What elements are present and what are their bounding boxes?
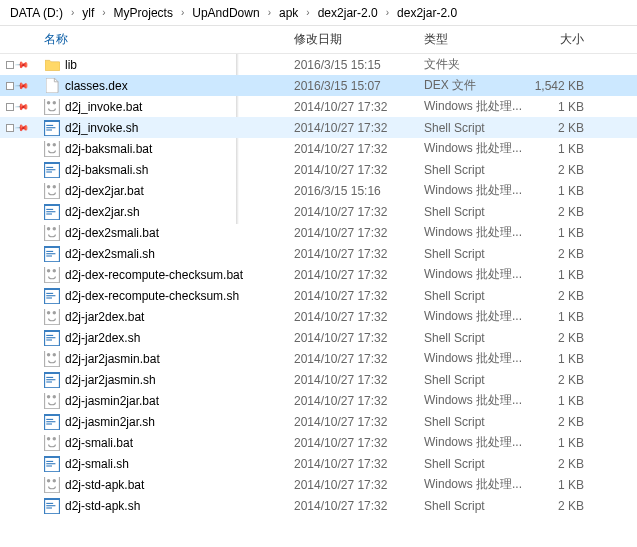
quick-access-pin-area[interactable]: 📌 [6, 75, 36, 96]
file-row[interactable]: 📌d2j_invoke.sh2014/10/27 17:32Shell Scri… [0, 117, 637, 138]
checkbox-icon[interactable] [6, 61, 14, 69]
file-row[interactable]: d2j-jar2jasmin.bat2014/10/27 17:32Window… [0, 348, 637, 369]
svg-rect-30 [46, 254, 55, 255]
file-name-label: d2j-smali.sh [65, 457, 129, 471]
chevron-right-icon[interactable]: › [264, 7, 275, 18]
file-type-cell: Windows 批处理... [424, 308, 534, 325]
file-date-cell: 2014/10/27 17:32 [294, 121, 424, 135]
column-header-size[interactable]: 大小 [534, 31, 594, 48]
bat-icon [44, 99, 60, 115]
breadcrumb[interactable]: DATA (D:)›ylf›MyProjects›UpAndDown›apk›d… [0, 0, 637, 26]
quick-access-pin-area[interactable] [6, 495, 36, 516]
file-row[interactable]: d2j-dex2jar.bat2016/3/15 15:16Windows 批处… [0, 180, 637, 201]
file-row[interactable]: d2j-smali.bat2014/10/27 17:32Windows 批处理… [0, 432, 637, 453]
quick-access-pin-area[interactable] [6, 306, 36, 327]
checkbox-icon[interactable] [6, 82, 14, 90]
chevron-right-icon[interactable]: › [98, 7, 109, 18]
file-date-cell: 2014/10/27 17:32 [294, 331, 424, 345]
file-row[interactable]: d2j-jar2jasmin.sh2014/10/27 17:32Shell S… [0, 369, 637, 390]
quick-access-pin-area[interactable] [6, 369, 36, 390]
file-row[interactable]: d2j-smali.sh2014/10/27 17:32Shell Script… [0, 453, 637, 474]
quick-access-pin-area[interactable] [6, 222, 36, 243]
file-name-cell: d2j-std-apk.sh [44, 498, 294, 514]
quick-access-pin-area[interactable] [6, 138, 36, 159]
svg-point-73 [47, 479, 50, 482]
file-date-cell: 2014/10/27 17:32 [294, 394, 424, 408]
svg-rect-36 [45, 288, 60, 291]
checkbox-icon[interactable] [6, 103, 14, 111]
quick-access-pin-area[interactable] [6, 285, 36, 306]
quick-access-pin-area[interactable] [6, 411, 36, 432]
quick-access-pin-area[interactable] [6, 474, 36, 495]
quick-access-pin-area[interactable] [6, 327, 36, 348]
file-name-label: d2j-jar2jasmin.bat [65, 352, 160, 366]
breadcrumb-segment[interactable]: ylf [78, 4, 98, 22]
file-row[interactable]: d2j-dex-recompute-checksum.sh2014/10/27 … [0, 285, 637, 306]
file-row[interactable]: d2j-std-apk.sh2014/10/27 17:32Shell Scri… [0, 495, 637, 516]
file-name-cell: d2j-dex2smali.sh [44, 246, 294, 262]
file-row[interactable]: d2j-dex2jar.sh2014/10/27 17:32Shell Scri… [0, 201, 637, 222]
file-type-cell: Windows 批处理... [424, 476, 534, 493]
file-date-cell: 2014/10/27 17:32 [294, 457, 424, 471]
file-row[interactable]: d2j-dex-recompute-checksum.bat2014/10/27… [0, 264, 637, 285]
breadcrumb-segment[interactable]: UpAndDown [188, 4, 263, 22]
quick-access-pin-area[interactable] [6, 390, 36, 411]
file-row[interactable]: d2j-baksmali.sh2014/10/27 17:32Shell Scr… [0, 159, 637, 180]
svg-rect-5 [46, 125, 53, 126]
column-header-name[interactable]: 名称 [44, 31, 294, 48]
quick-access-pin-area[interactable] [6, 453, 36, 474]
breadcrumb-segment[interactable]: dex2jar-2.0 [314, 4, 382, 22]
file-date-cell: 2014/10/27 17:32 [294, 226, 424, 240]
quick-access-pin-area[interactable] [6, 243, 36, 264]
svg-rect-13 [46, 167, 53, 168]
file-date-cell: 2014/10/27 17:32 [294, 373, 424, 387]
svg-rect-31 [46, 256, 52, 257]
chevron-right-icon[interactable]: › [67, 7, 78, 18]
file-name-label: d2j-baksmali.bat [65, 142, 152, 156]
quick-access-pin-area[interactable] [6, 159, 36, 180]
file-row[interactable]: d2j-jasmin2jar.sh2014/10/27 17:32Shell S… [0, 411, 637, 432]
column-header-date[interactable]: 修改日期 [294, 31, 424, 48]
quick-access-pin-area[interactable] [6, 348, 36, 369]
quick-access-pin-area[interactable]: 📌 [6, 117, 36, 138]
file-row[interactable]: d2j-baksmali.bat2014/10/27 17:32Windows … [0, 138, 637, 159]
chevron-right-icon[interactable]: › [177, 7, 188, 18]
bat-icon [44, 225, 60, 241]
quick-access-pin-area[interactable] [6, 201, 36, 222]
file-row[interactable]: d2j-std-apk.bat2014/10/27 17:32Windows 批… [0, 474, 637, 495]
file-date-cell: 2014/10/27 17:32 [294, 478, 424, 492]
quick-access-pin-area[interactable] [6, 264, 36, 285]
file-date-cell: 2014/10/27 17:32 [294, 142, 424, 156]
chevron-right-icon[interactable]: › [302, 7, 313, 18]
quick-access-pin-area[interactable]: 📌 [6, 54, 36, 75]
file-row[interactable]: 📌d2j_invoke.bat2014/10/27 17:32Windows 批… [0, 96, 637, 117]
pin-icon: 📌 [15, 78, 30, 93]
file-row[interactable]: 📌classes.dex2016/3/15 15:07DEX 文件1,542 K… [0, 75, 637, 96]
file-name-label: d2j-dex-recompute-checksum.bat [65, 268, 243, 282]
svg-rect-56 [45, 393, 60, 409]
column-header-type[interactable]: 类型 [424, 31, 534, 48]
quick-access-pin-area[interactable]: 📌 [6, 96, 36, 117]
breadcrumb-segment[interactable]: apk [275, 4, 302, 22]
sh-icon [44, 456, 60, 472]
chevron-right-icon[interactable]: › [382, 7, 393, 18]
file-row[interactable]: d2j-dex2smali.bat2014/10/27 17:32Windows… [0, 222, 637, 243]
quick-access-pin-area[interactable] [6, 180, 36, 201]
file-row[interactable]: d2j-dex2smali.sh2014/10/27 17:32Shell Sc… [0, 243, 637, 264]
breadcrumb-segment[interactable]: MyProjects [110, 4, 177, 22]
sh-icon [44, 330, 60, 346]
file-size-cell: 1 KB [534, 352, 594, 366]
file-row[interactable]: d2j-jar2dex.sh2014/10/27 17:32Shell Scri… [0, 327, 637, 348]
file-row[interactable]: d2j-jasmin2jar.bat2014/10/27 17:32Window… [0, 390, 637, 411]
file-name-label: d2j-baksmali.sh [65, 163, 148, 177]
file-name-label: lib [65, 58, 77, 72]
checkbox-icon[interactable] [6, 124, 14, 132]
file-row[interactable]: 📌lib2016/3/15 15:15文件夹 [0, 54, 637, 75]
file-name-label: d2j_invoke.sh [65, 121, 138, 135]
breadcrumb-segment[interactable]: dex2jar-2.0 [393, 4, 461, 22]
file-name-label: d2j-std-apk.sh [65, 499, 140, 513]
file-row[interactable]: d2j-jar2dex.bat2014/10/27 17:32Windows 批… [0, 306, 637, 327]
quick-access-pin-area[interactable] [6, 432, 36, 453]
svg-point-50 [53, 353, 56, 356]
breadcrumb-segment[interactable]: DATA (D:) [6, 4, 67, 22]
